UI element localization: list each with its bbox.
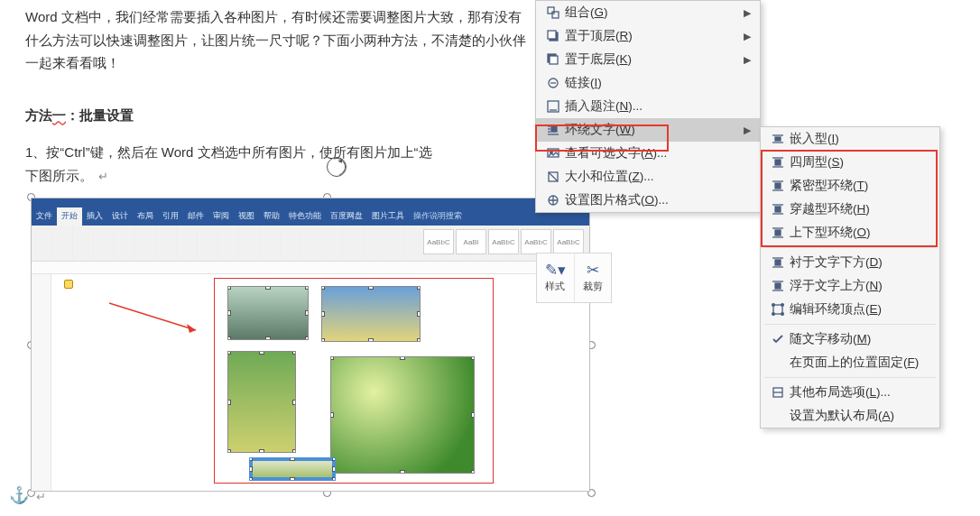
ruler	[32, 262, 589, 274]
menu-item-label: 置于底层(K)	[565, 51, 740, 68]
picture-duck[interactable]	[227, 286, 309, 340]
style-swatch[interactable]: AaBbC	[553, 229, 584, 254]
mini-style-button[interactable]: ✎▾ 样式	[537, 253, 575, 302]
menu-item-设置为默认布局[interactable]: 设置为默认布局(A)	[761, 404, 939, 428]
menu-item-label: 设置图片格式(O)...	[565, 192, 740, 208]
ribbon-tab-mail[interactable]: 邮件	[183, 207, 208, 226]
menu-item-label: 组合(G)	[565, 5, 740, 21]
menu-item-label: 四周型(S)	[790, 154, 930, 170]
topbot-icon	[766, 226, 790, 240]
svg-line-0	[109, 303, 196, 330]
heading-suffix: ：批量设置	[66, 107, 134, 123]
style-swatch[interactable]: AaBbC	[423, 229, 454, 254]
menu-item-置于顶层[interactable]: 置于顶层(R)▶	[536, 24, 760, 48]
menu-item-衬于文字下方[interactable]: 衬于文字下方(D)	[761, 251, 939, 274]
front-icon	[541, 29, 565, 43]
ribbon-tab-baidu[interactable]: 百度网盘	[326, 207, 367, 226]
article-heading: 方法一：批量设置	[25, 104, 531, 127]
article-para-1: Word 文档中，我们经常需要插入各种图片，有时候还需要调整图片大致，那有没有什…	[25, 5, 531, 75]
menu-item-紧密型环绕[interactable]: 紧密型环绕(T)	[761, 174, 939, 198]
ribbon-tab-extra[interactable]: 特色功能	[284, 207, 326, 226]
tight-icon	[766, 179, 790, 193]
picture-clover[interactable]	[330, 356, 475, 474]
mini-toolbar: ✎▾ 样式 ✂ 裁剪	[536, 253, 612, 303]
menu-item-label: 衬于文字下方(D)	[790, 254, 930, 271]
menu-item-四周型[interactable]: 四周型(S)	[761, 151, 939, 174]
ribbon-tab-ref[interactable]: 引用	[158, 207, 183, 226]
submenu-arrow-icon: ▶	[740, 54, 751, 66]
svg-point-43	[781, 304, 784, 307]
menu-item-其他布局选项[interactable]: 其他布局选项(L)...	[761, 381, 939, 404]
svg-rect-22	[775, 137, 781, 141]
ribbon-tellme[interactable]: 操作说明搜索	[409, 207, 467, 226]
ribbon-tab-file[interactable]: 文件	[32, 207, 57, 226]
paragraph-mark: ↵	[98, 170, 108, 183]
style-swatch[interactable]: AaBbC	[521, 229, 551, 254]
ribbon-tab-help[interactable]: 帮助	[259, 207, 284, 226]
menu-item-label: 置于顶层(R)	[565, 28, 740, 44]
context-menu-wrap: 嵌入型(I)四周型(S)紧密型环绕(T)穿越型环绕(H)上下型环绕(O)衬于文字…	[760, 126, 940, 428]
menu-item-label: 大小和位置(Z)...	[565, 169, 740, 185]
svg-rect-2	[548, 7, 554, 14]
svg-rect-25	[775, 160, 781, 165]
menu-item-置于底层[interactable]: 置于底层(K)▶	[536, 48, 760, 71]
style-swatch[interactable]: AaBbC	[488, 229, 519, 254]
styles-gallery[interactable]: AaBbC AaBl AaBbC AaBbC AaBbC	[423, 229, 584, 254]
menu-item-链接[interactable]: 链接(I)	[536, 71, 760, 95]
menu-item-插入题注[interactable]: 插入题注(N)...	[536, 95, 760, 118]
menu-item-label: 上下型环绕(O)	[790, 225, 930, 241]
menu-item-随文字移动[interactable]: 随文字移动(M)	[761, 327, 939, 351]
svg-point-45	[781, 313, 784, 316]
mini-crop-button[interactable]: ✂ 裁剪	[575, 253, 612, 302]
through-icon	[766, 202, 790, 217]
menu-item-在页面上的位置固定[interactable]: 在页面上的位置固定(F)	[761, 351, 939, 374]
menu-item-上下型环绕[interactable]: 上下型环绕(O)	[761, 221, 939, 244]
link-icon	[541, 76, 565, 90]
ribbon-tab-insert[interactable]: 插入	[82, 207, 107, 226]
group-icon	[541, 5, 565, 20]
menu-item-编辑环绕顶点[interactable]: 编辑环绕顶点(E)	[761, 298, 939, 321]
ribbon-tabs: 文件 开始 插入 设计 布局 引用 邮件 审阅 视图 帮助 特色功能 百度网盘 …	[32, 198, 589, 226]
image-selection-group[interactable]	[214, 278, 494, 484]
caption-icon	[541, 99, 565, 114]
anchor-icon: ⚓	[9, 485, 29, 505]
ribbon-tab-review[interactable]: 审阅	[208, 207, 234, 226]
menu-item-环绕文字[interactable]: 环绕文字(W)▶	[536, 118, 760, 142]
menu-item-label: 链接(I)	[565, 75, 740, 91]
submenu-arrow-icon: ▶	[740, 31, 751, 42]
rotate-icon	[327, 157, 347, 177]
svg-rect-5	[548, 31, 556, 39]
svg-rect-41	[773, 305, 782, 314]
menu-item-label: 设置为默认布局(A)	[790, 408, 930, 424]
menu-item-label: 随文字移动(M)	[790, 331, 930, 347]
menu-item-label: 浮于文字上方(N)	[790, 278, 930, 294]
para3a: 1、按“Ctrl”键，然后在 Word 文档选中所有图片，使所有图片加上“选	[25, 144, 432, 160]
menu-item-大小和位置[interactable]: 大小和位置(Z)...	[536, 165, 760, 189]
picture-selected-small[interactable]	[249, 457, 336, 481]
check-icon	[766, 332, 790, 346]
ribbon-tab-view[interactable]: 视图	[234, 207, 259, 226]
ribbon-tab-layout[interactable]: 布局	[133, 207, 158, 226]
menu-item-查看可选文字[interactable]: 查看可选文字(A)...	[536, 142, 760, 165]
ribbon-tab-design[interactable]: 设计	[107, 207, 133, 226]
picture-mountain[interactable]	[321, 286, 421, 342]
menu-item-label: 穿越型环绕(H)	[790, 201, 930, 217]
mini-crop-label: 裁剪	[583, 280, 603, 293]
ribbon-tab-pictools[interactable]: 图片工具	[367, 207, 409, 226]
article-body: Word 文档中，我们经常需要插入各种图片，有时候还需要调整图片大致，那有没有什…	[25, 0, 531, 187]
style-swatch[interactable]: AaBl	[456, 229, 486, 254]
context-menu-primary: 组合(G)▶置于顶层(R)▶置于底层(K)▶链接(I)插入题注(N)...环绕文…	[535, 0, 761, 213]
menu-item-嵌入型[interactable]: 嵌入型(I)	[761, 127, 939, 151]
back-icon	[541, 52, 565, 67]
svg-rect-11	[551, 126, 557, 132]
ribbon-tab-home[interactable]: 开始	[57, 207, 82, 226]
picture-flowers[interactable]	[227, 351, 296, 453]
menu-item-label: 查看可选文字(A)...	[565, 145, 740, 161]
paint-icon: ✎▾	[545, 263, 566, 278]
menu-item-浮于文字上方[interactable]: 浮于文字上方(N)	[761, 274, 939, 298]
menu-item-label: 嵌入型(I)	[790, 131, 930, 147]
menu-item-穿越型环绕[interactable]: 穿越型环绕(H)	[761, 198, 939, 221]
menu-item-设置图片格式[interactable]: 设置图片格式(O)...	[536, 189, 760, 212]
menu-item-组合[interactable]: 组合(G)▶	[536, 1, 760, 24]
annotation-arrow	[106, 299, 205, 336]
